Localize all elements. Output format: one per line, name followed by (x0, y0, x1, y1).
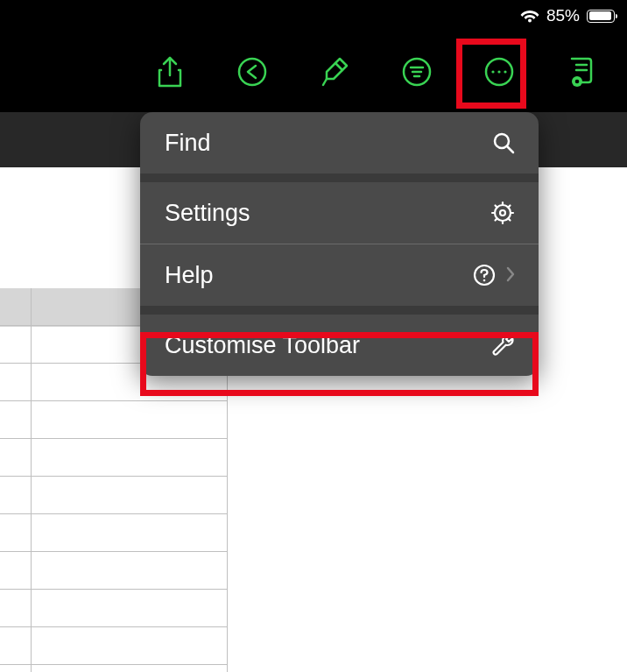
toolbar (0, 32, 627, 112)
undo-button[interactable] (235, 54, 270, 89)
svg-point-8 (497, 70, 500, 73)
menu-label: Find (165, 130, 211, 157)
menu-item-customise-toolbar[interactable]: Customise Toolbar (140, 315, 539, 376)
svg-point-0 (528, 19, 532, 23)
question-icon (472, 263, 497, 287)
chevron-right-icon (505, 262, 516, 289)
svg-point-27 (483, 279, 486, 282)
svg-line-25 (508, 206, 510, 208)
share-button[interactable] (152, 54, 187, 89)
reading-mode-button[interactable] (564, 54, 599, 89)
filter-button[interactable] (399, 54, 434, 89)
svg-point-13 (575, 80, 580, 84)
wifi-icon (520, 9, 539, 23)
svg-point-1 (239, 59, 265, 85)
svg-line-24 (496, 218, 497, 220)
menu-label: Customise Toolbar (165, 332, 360, 359)
menu-item-help[interactable]: Help (140, 244, 539, 306)
menu-item-settings[interactable]: Settings (140, 182, 539, 244)
wrench-icon (490, 332, 516, 358)
gear-icon (490, 200, 516, 226)
menu-label: Settings (165, 200, 250, 227)
more-popover-menu: Find Settings (140, 112, 539, 376)
svg-point-9 (504, 70, 506, 73)
search-icon (491, 131, 516, 155)
menu-label: Help (165, 262, 214, 289)
status-bar: 85% (0, 0, 627, 32)
more-button[interactable] (482, 54, 517, 89)
format-brush-button[interactable] (317, 54, 352, 89)
battery-percentage: 85% (546, 6, 580, 25)
svg-line-23 (508, 218, 510, 220)
svg-point-17 (500, 210, 505, 216)
svg-point-7 (491, 70, 494, 73)
svg-line-22 (496, 206, 497, 208)
svg-line-15 (507, 146, 513, 152)
menu-item-find[interactable]: Find (140, 112, 539, 173)
battery-icon (587, 10, 615, 23)
